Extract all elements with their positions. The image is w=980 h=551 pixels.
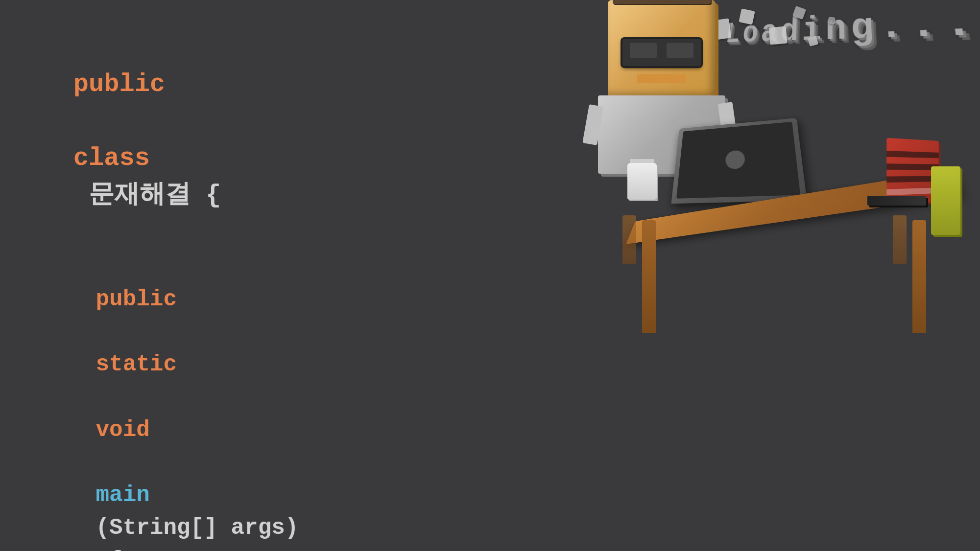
space-3	[96, 450, 109, 475]
laptop-logo	[725, 150, 745, 169]
character-head	[608, 0, 716, 98]
voxel-illustration	[583, 0, 965, 333]
desk-bag-yellow	[931, 166, 960, 235]
code-line-1: public class 문재해결 {	[12, 29, 406, 251]
keyword-class-word: class	[73, 144, 150, 173]
desk-leg-front-right	[912, 220, 926, 333]
space-1	[96, 320, 109, 345]
desk-mug	[627, 163, 657, 200]
keyword-void: void	[96, 417, 149, 443]
character-glasses	[622, 39, 701, 66]
float-block-4	[769, 26, 788, 45]
desk-leg-back-left	[622, 215, 636, 264]
float-block-5	[792, 6, 806, 20]
float-block-7	[828, 17, 836, 24]
keyword-class	[73, 107, 89, 136]
method-main: main	[96, 482, 149, 508]
classname: 문재해결 {	[73, 181, 221, 210]
keyword-public-2: public	[96, 287, 177, 312]
space-2	[96, 385, 109, 410]
keyword-static: static	[96, 352, 177, 377]
desk-leg-front-left	[642, 220, 656, 333]
desk-leg-back-right	[893, 215, 907, 264]
main-params: (String[] args)	[96, 515, 298, 541]
code-block: public class 문재해결 { public static void m…	[12, 29, 406, 551]
float-block-6	[808, 36, 818, 46]
laptop	[671, 118, 807, 204]
keyword-public-1: public	[73, 70, 165, 99]
desk-book-black	[867, 196, 926, 206]
code-line-2: public static void main (String[] args) …	[12, 251, 406, 551]
laptop-screen	[676, 122, 800, 199]
line2-brace: {	[96, 548, 122, 551]
float-block-3	[739, 8, 755, 24]
